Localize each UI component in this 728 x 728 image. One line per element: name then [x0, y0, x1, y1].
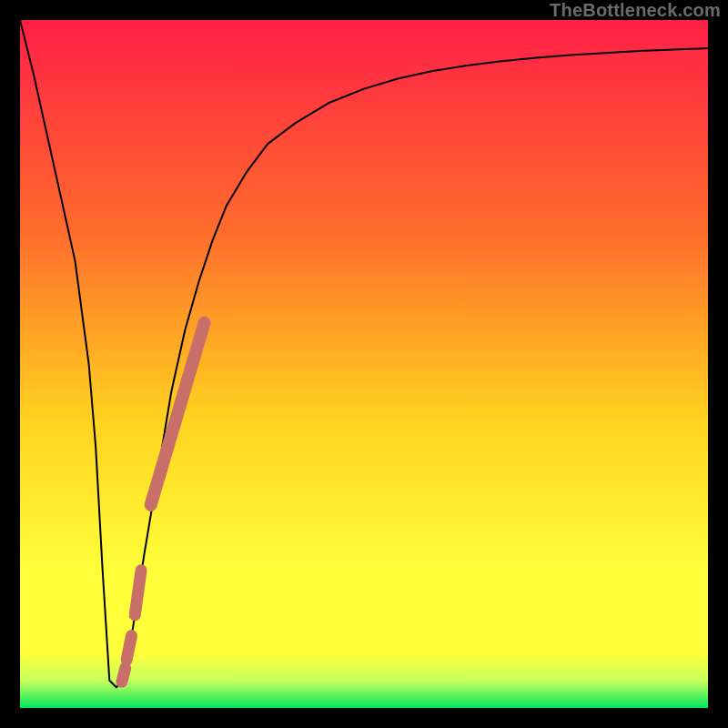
dash-segment	[122, 668, 126, 682]
dash-segment	[135, 571, 141, 615]
watermark: TheBottleneck.com	[550, 0, 721, 21]
gradient-bg	[20, 20, 708, 708]
chart-frame: TheBottleneck.com	[0, 0, 728, 728]
dash-segment	[126, 636, 131, 660]
chart-plot	[20, 20, 708, 708]
